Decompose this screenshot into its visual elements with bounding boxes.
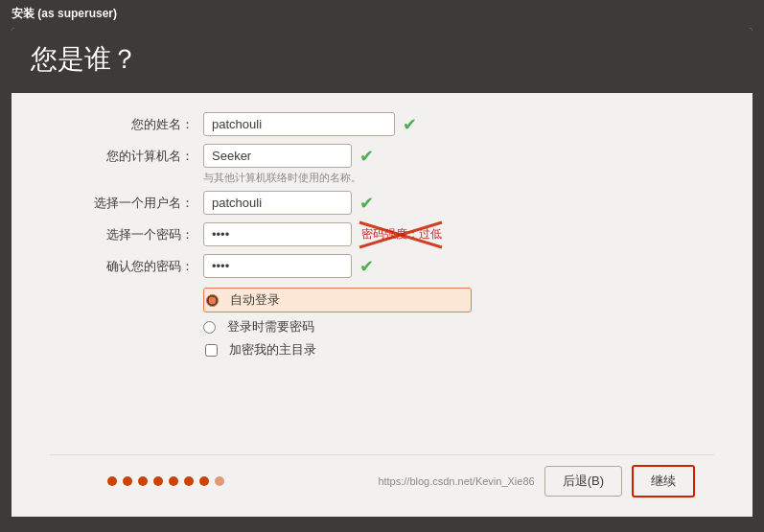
window-content: 您的姓名： ✔ 您的计算机名： ✔ 与其他计算机联络时使用的名称。 选择一个用户… <box>12 93 752 517</box>
computer-label: 您的计算机名： <box>50 148 203 165</box>
password-strength-badge: 密码强度：过低 <box>361 226 442 243</box>
encrypt-home-option[interactable]: 加密我的主目录 <box>205 341 714 359</box>
username-row: 选择一个用户名： ✔ <box>50 191 714 215</box>
dot-2 <box>123 476 132 486</box>
require-password-radio[interactable] <box>203 321 216 334</box>
page-title: 您是谁？ <box>31 41 733 78</box>
name-row: 您的姓名： ✔ <box>50 112 714 136</box>
auto-login-highlight: 自动登录 <box>203 288 472 312</box>
name-label: 您的姓名： <box>50 116 203 133</box>
back-button[interactable]: 后退(B) <box>544 466 622 497</box>
window-header: 您是谁？ <box>12 28 752 93</box>
require-password-option[interactable]: 登录时需要密码 <box>203 318 714 335</box>
footer-right: https://blog.csdn.net/Kevin_Xie86 后退(B) … <box>378 465 695 497</box>
dot-8 <box>215 476 224 486</box>
auto-login-option[interactable]: 自动登录 <box>203 288 714 312</box>
form-area: 您的姓名： ✔ 您的计算机名： ✔ 与其他计算机联络时使用的名称。 选择一个用户… <box>50 112 714 454</box>
dot-6 <box>184 476 194 486</box>
computer-input[interactable] <box>203 144 352 168</box>
dot-3 <box>138 476 148 486</box>
encrypt-home-checkbox[interactable] <box>205 344 218 357</box>
window-footer: https://blog.csdn.net/Kevin_Xie86 后退(B) … <box>50 454 714 507</box>
confirm-label: 确认您的密码： <box>50 258 203 275</box>
auto-login-label: 自动登录 <box>230 291 280 309</box>
require-password-label: 登录时需要密码 <box>227 318 314 335</box>
auto-login-radio[interactable] <box>206 294 219 307</box>
name-input[interactable] <box>203 112 395 136</box>
footer-url: https://blog.csdn.net/Kevin_Xie86 <box>378 475 534 487</box>
computer-check-icon: ✔ <box>359 146 374 167</box>
dot-1 <box>107 476 117 486</box>
confirm-password-row: 确认您的密码： ✔ <box>50 254 714 278</box>
dot-4 <box>153 476 163 486</box>
computer-hint: 与其他计算机联络时使用的名称。 <box>203 171 714 185</box>
dot-5 <box>169 476 178 486</box>
top-bar: 安装 (as superuser) <box>0 0 764 28</box>
encrypt-home-label: 加密我的主目录 <box>229 341 316 359</box>
username-input[interactable] <box>203 191 352 215</box>
strength-label: 密码强度： <box>361 226 419 243</box>
computer-name-row: 您的计算机名： ✔ <box>50 144 714 168</box>
progress-dots <box>69 476 224 486</box>
password-label: 选择一个密码： <box>50 226 203 243</box>
strength-value: 过低 <box>419 226 442 243</box>
confirm-check-icon: ✔ <box>359 256 374 277</box>
password-row: 选择一个密码： 密码强度：过低 <box>50 222 714 246</box>
name-check-icon: ✔ <box>403 114 417 135</box>
main-window: 您是谁？ 您的姓名： ✔ 您的计算机名： ✔ 与其他计算机联络时使用的名称。 选… <box>12 28 752 517</box>
dot-7 <box>199 476 209 486</box>
username-label: 选择一个用户名： <box>50 195 203 212</box>
username-check-icon: ✔ <box>359 193 374 214</box>
top-bar-title: 安装 (as superuser) <box>12 7 117 20</box>
login-options: 自动登录 登录时需要密码 加密我的主目录 <box>203 288 714 359</box>
continue-button[interactable]: 继续 <box>632 465 695 497</box>
confirm-input[interactable] <box>203 254 352 278</box>
password-input[interactable] <box>203 222 352 246</box>
